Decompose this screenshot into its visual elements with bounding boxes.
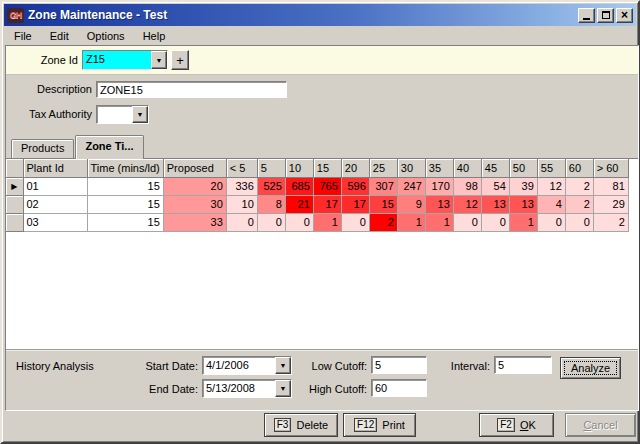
- row-selector[interactable]: [6, 195, 23, 213]
- delete-button[interactable]: F3 Delete: [264, 413, 338, 437]
- grid-column-header: < 5: [226, 159, 257, 177]
- menu-edit[interactable]: Edit: [41, 29, 78, 43]
- start-date-value: 4/1/2006: [203, 357, 275, 374]
- histogram-cell[interactable]: 12: [537, 177, 565, 195]
- row-selector[interactable]: [6, 213, 23, 231]
- row-selector[interactable]: ▶: [6, 177, 23, 195]
- tab-zone-times[interactable]: Zone Ti...: [75, 135, 143, 159]
- end-date-combo[interactable]: 5/13/2008 ▼: [202, 379, 292, 398]
- cancel-button[interactable]: Cancel: [565, 413, 636, 437]
- histogram-cell[interactable]: 13: [509, 195, 537, 213]
- description-label: Description: [6, 83, 92, 95]
- proposed-cell[interactable]: 20: [163, 177, 226, 195]
- tax-authority-combo[interactable]: ▼: [96, 105, 149, 124]
- plant-id-cell[interactable]: 03: [23, 213, 87, 231]
- histogram-cell[interactable]: 81: [593, 177, 628, 195]
- histogram-cell[interactable]: 1: [509, 213, 537, 231]
- histogram-cell[interactable]: 307: [369, 177, 397, 195]
- histogram-cell[interactable]: 247: [397, 177, 425, 195]
- low-cutoff-input[interactable]: [371, 356, 427, 374]
- histogram-cell[interactable]: 2: [565, 195, 593, 213]
- histogram-cell[interactable]: 170: [425, 177, 453, 195]
- histogram-cell[interactable]: 0: [537, 213, 565, 231]
- histogram-cell[interactable]: 0: [226, 213, 257, 231]
- time-cell[interactable]: 15: [87, 195, 163, 213]
- end-date-value: 5/13/2008: [203, 380, 275, 397]
- zone-id-dropdown-icon[interactable]: ▼: [151, 51, 167, 69]
- f2-keycap: F2: [497, 418, 515, 432]
- plant-id-cell[interactable]: 02: [23, 195, 87, 213]
- minimize-button[interactable]: [578, 8, 595, 23]
- histogram-cell[interactable]: 1: [313, 213, 341, 231]
- histogram-cell[interactable]: 98: [453, 177, 481, 195]
- histogram-cell[interactable]: 525: [257, 177, 285, 195]
- interval-input[interactable]: [494, 356, 552, 374]
- tax-authority-dropdown-icon[interactable]: ▼: [132, 106, 148, 123]
- histogram-cell[interactable]: 0: [257, 213, 285, 231]
- grid-column-header: 10: [285, 159, 313, 177]
- maximize-icon: [602, 11, 610, 19]
- histogram-cell[interactable]: 0: [285, 213, 313, 231]
- histogram-cell[interactable]: 15: [369, 195, 397, 213]
- histogram-cell[interactable]: 0: [341, 213, 369, 231]
- grid-column-header: > 60: [593, 159, 628, 177]
- close-button[interactable]: ×: [616, 8, 633, 23]
- histogram-cell[interactable]: 9: [397, 195, 425, 213]
- histogram-cell[interactable]: 39: [509, 177, 537, 195]
- analyze-button[interactable]: Analyze: [560, 357, 621, 379]
- description-input[interactable]: [96, 81, 287, 98]
- menu-bar: File Edit Options Help: [5, 28, 635, 44]
- histogram-cell[interactable]: 4: [537, 195, 565, 213]
- histogram-cell[interactable]: 17: [313, 195, 341, 213]
- histogram-cell[interactable]: 1: [425, 213, 453, 231]
- high-cutoff-input[interactable]: [371, 379, 427, 397]
- ok-button[interactable]: F2 OK: [479, 413, 554, 437]
- end-date-dropdown-icon[interactable]: ▼: [275, 380, 291, 397]
- start-date-dropdown-icon[interactable]: ▼: [275, 357, 291, 374]
- histogram-cell[interactable]: 0: [453, 213, 481, 231]
- title-bar[interactable]: GH Zone Maintenance - Test ×: [4, 4, 636, 26]
- low-cutoff-label: Low Cutoff:: [301, 360, 367, 372]
- menu-help[interactable]: Help: [134, 29, 175, 43]
- zone-id-combo[interactable]: Z15 ▼: [82, 50, 168, 70]
- histogram-cell[interactable]: 1: [397, 213, 425, 231]
- menu-options[interactable]: Options: [78, 29, 134, 43]
- delete-button-label: Delete: [296, 419, 328, 431]
- proposed-cell[interactable]: 30: [163, 195, 226, 213]
- histogram-cell[interactable]: 54: [481, 177, 509, 195]
- time-cell[interactable]: 15: [87, 213, 163, 231]
- histogram-cell[interactable]: 596: [341, 177, 369, 195]
- histogram-cell[interactable]: 13: [425, 195, 453, 213]
- print-button[interactable]: F12 Print: [343, 413, 416, 437]
- histogram-cell[interactable]: 765: [313, 177, 341, 195]
- high-cutoff-label: High Cutoff:: [301, 383, 367, 395]
- histogram-cell[interactable]: 685: [285, 177, 313, 195]
- histogram-cell[interactable]: 2: [565, 177, 593, 195]
- time-cell[interactable]: 15: [87, 177, 163, 195]
- histogram-cell[interactable]: 29: [593, 195, 628, 213]
- start-date-combo[interactable]: 4/1/2006 ▼: [202, 356, 292, 375]
- menu-file[interactable]: File: [5, 29, 41, 43]
- histogram-cell[interactable]: 2: [593, 213, 628, 231]
- grid-column-header: 15: [313, 159, 341, 177]
- histogram-cell[interactable]: 8: [257, 195, 285, 213]
- tax-authority-value: [97, 106, 132, 123]
- histogram-cell[interactable]: 21: [285, 195, 313, 213]
- histogram-cell[interactable]: 0: [565, 213, 593, 231]
- add-zone-button[interactable]: +: [171, 50, 189, 70]
- histogram-cell[interactable]: 13: [481, 195, 509, 213]
- window-title: Zone Maintenance - Test: [28, 8, 574, 22]
- histogram-cell[interactable]: 12: [453, 195, 481, 213]
- proposed-cell[interactable]: 33: [163, 213, 226, 231]
- maximize-button[interactable]: [597, 8, 614, 23]
- tab-products[interactable]: Products: [11, 139, 74, 159]
- histogram-cell[interactable]: 0: [481, 213, 509, 231]
- grid-column-header: 40: [453, 159, 481, 177]
- histogram-cell[interactable]: 10: [226, 195, 257, 213]
- histogram-cell[interactable]: 336: [226, 177, 257, 195]
- histogram-cell[interactable]: 2: [369, 213, 397, 231]
- plant-id-cell[interactable]: 01: [23, 177, 87, 195]
- histogram-cell[interactable]: 17: [341, 195, 369, 213]
- ok-button-label: OK: [520, 419, 536, 431]
- zone-times-tab-page: Plant IdTime (mins/ld)Proposed< 55101520…: [6, 158, 638, 349]
